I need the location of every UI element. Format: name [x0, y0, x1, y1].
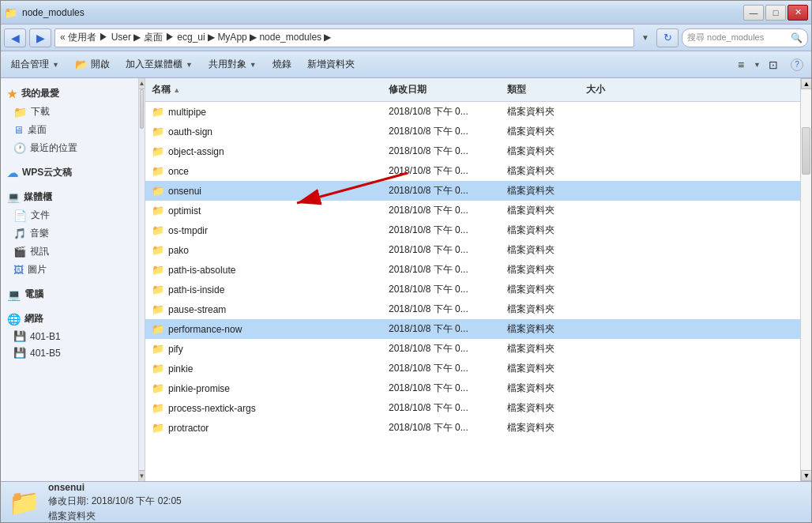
pictures-icon: 🖼	[13, 264, 24, 276]
toolbar-right: ≡ ▼ ⊡ ?	[730, 55, 808, 75]
file-type-cell: 檔案資料夾	[501, 339, 580, 359]
burn-label: 燒錄	[273, 58, 291, 71]
table-row[interactable]: 📁 pause-stream 2018/10/8 下午 0... 檔案資料夾	[145, 299, 800, 319]
file-date-cell: 2018/10/8 下午 0...	[382, 141, 501, 161]
file-date-cell: 2018/10/8 下午 0...	[382, 240, 501, 260]
help-button[interactable]: ?	[786, 55, 808, 75]
share-label: 共用對象	[209, 58, 246, 71]
disk-icon-401b1: 💾	[13, 330, 26, 342]
minimize-button[interactable]: —	[743, 5, 764, 21]
table-row[interactable]: 📁 path-is-absolute 2018/10/8 下午 0... 檔案資…	[145, 260, 800, 280]
library-section: 💻 媒體櫃 📄 文件 🎵 音樂 🎬 視訊 🖼 圖片	[1, 188, 138, 279]
sidebar-item-music[interactable]: 🎵 音樂	[1, 224, 138, 243]
file-name-text: optimist	[168, 205, 201, 216]
sidebar-item-401b1[interactable]: 💾 401-B1	[1, 328, 138, 344]
star-icon: ★	[7, 88, 17, 100]
sidebar-item-video[interactable]: 🎬 視訊	[1, 243, 138, 261]
table-row[interactable]: 📁 multipipe 2018/10/8 下午 0... 檔案資料夾	[145, 102, 800, 122]
table-row[interactable]: 📁 pako 2018/10/8 下午 0... 檔案資料夾	[145, 240, 800, 260]
share-button[interactable]: 共用對象 ▼	[201, 55, 264, 75]
sidebar-item-401b5[interactable]: 💾 401-B5	[1, 344, 138, 361]
forward-button[interactable]: ▶	[29, 28, 51, 47]
table-row[interactable]: 📁 object-assign 2018/10/8 下午 0... 檔案資料夾	[145, 141, 800, 161]
refresh-button[interactable]: ↻	[656, 28, 679, 47]
sidebar-item-recent[interactable]: 🕐 最近的位置	[1, 139, 138, 157]
file-name-text: object-assign	[168, 146, 224, 157]
sidebar-item-desktop[interactable]: 🖥 桌面	[1, 121, 138, 139]
preview-pane-button[interactable]: ⊡	[762, 55, 784, 75]
table-row[interactable]: 📁 path-is-inside 2018/10/8 下午 0... 檔案資料夾	[145, 280, 800, 299]
file-name-text: pify	[168, 344, 183, 355]
back-button[interactable]: ◀	[4, 28, 26, 47]
col-header-type[interactable]: 類型	[501, 80, 580, 100]
close-button[interactable]: ✕	[788, 5, 808, 21]
organize-arrow: ▼	[52, 61, 59, 69]
table-row[interactable]: 📁 performance-now 2018/10/8 下午 0... 檔案資料…	[145, 319, 800, 339]
address-dropdown-button[interactable]: ▼	[637, 28, 653, 47]
folder-open-icon: 📂	[75, 58, 88, 70]
col-header-date[interactable]: 修改日期	[382, 80, 501, 100]
sidebar-item-documents[interactable]: 📄 文件	[1, 206, 138, 224]
table-row[interactable]: 📁 pinkie-promise 2018/10/8 下午 0... 檔案資料夾	[145, 378, 800, 398]
view-toggle-button[interactable]: ≡	[730, 55, 752, 75]
file-date-cell: 2018/10/8 下午 0...	[382, 220, 501, 240]
table-row[interactable]: 📁 optimist 2018/10/8 下午 0... 檔案資料夾	[145, 201, 800, 220]
share-arrow: ▼	[250, 61, 257, 69]
search-box[interactable]: 搜尋 node_modules 🔍	[682, 28, 808, 47]
table-row[interactable]: 📁 oauth-sign 2018/10/8 下午 0... 檔案資料夾	[145, 122, 800, 141]
library-icon: 💻	[7, 191, 20, 203]
col-header-size[interactable]: 大小	[580, 80, 643, 100]
left-scrollbar[interactable]: ▲ ▼	[139, 78, 145, 481]
table-row[interactable]: 📁 once 2018/10/8 下午 0... 檔案資料夾	[145, 161, 800, 181]
table-row[interactable]: 📁 onsenui 2018/10/8 下午 0... 檔案資料夾	[145, 181, 800, 201]
right-scrollbar[interactable]: ▲ ▼	[800, 78, 811, 481]
table-row[interactable]: 📁 os-tmpdir 2018/10/8 下午 0... 檔案資料夾	[145, 220, 800, 240]
file-area: 名稱 ▲ 修改日期 類型 大小 📁 m	[145, 78, 800, 481]
file-name-text: pinkie	[168, 363, 193, 374]
file-name-text: oauth-sign	[168, 126, 212, 137]
table-row[interactable]: 📁 pinkie 2018/10/8 下午 0... 檔案資料夾	[145, 359, 800, 378]
add-to-media-button[interactable]: 加入至媒體櫃 ▼	[118, 55, 200, 75]
file-date-cell: 2018/10/8 下午 0...	[382, 181, 501, 201]
table-row[interactable]: 📁 protractor 2018/10/8 下午 0... 檔案資料夾	[145, 418, 800, 438]
new-folder-button[interactable]: 新增資料夾	[300, 55, 362, 75]
table-row[interactable]: 📁 pify 2018/10/8 下午 0... 檔案資料夾	[145, 339, 800, 359]
video-icon: 🎬	[13, 246, 26, 258]
computer-header[interactable]: 💻 電腦	[1, 285, 138, 303]
open-button[interactable]: 📂 開啟	[68, 55, 117, 75]
cloud-header[interactable]: ☁ WPS云文稿	[1, 164, 138, 182]
file-date-cell: 2018/10/8 下午 0...	[382, 378, 501, 398]
network-header[interactable]: 🌐 網路	[1, 310, 138, 328]
table-row[interactable]: 📁 process-nextick-args 2018/10/8 下午 0...…	[145, 398, 800, 418]
sidebar-item-download[interactable]: 📁 下載	[1, 103, 138, 121]
organize-button[interactable]: 組合管理 ▼	[4, 55, 66, 75]
file-date-cell: 2018/10/8 下午 0...	[382, 398, 501, 418]
file-type-cell: 檔案資料夾	[501, 240, 580, 260]
file-type-cell: 檔案資料夾	[501, 141, 580, 161]
file-date-cell: 2018/10/8 下午 0...	[382, 339, 501, 359]
file-name-cell: 📁 path-is-absolute	[145, 261, 382, 279]
title-bar: 📁 node_modules — □ ✕	[1, 1, 811, 24]
burn-button[interactable]: 燒錄	[265, 55, 299, 75]
left-scroll-up[interactable]: ▲	[139, 78, 145, 89]
status-folder-icon: 📁	[9, 487, 40, 517]
sidebar-item-pictures[interactable]: 🖼 圖片	[1, 261, 138, 279]
favorites-header: ★ 我的最愛	[1, 85, 138, 103]
left-scroll-down[interactable]: ▼	[139, 470, 145, 481]
right-scroll-up[interactable]: ▲	[801, 78, 811, 89]
file-size-cell	[580, 386, 643, 392]
col-header-name[interactable]: 名稱 ▲	[145, 80, 382, 100]
right-scroll-down[interactable]: ▼	[801, 470, 811, 481]
file-type-cell: 檔案資料夾	[501, 378, 580, 398]
file-type-cell: 檔案資料夾	[501, 260, 580, 280]
maximize-button[interactable]: □	[765, 5, 786, 21]
address-field[interactable]: « 使用者 ▶ User ▶ 桌面 ▶ ecg_ui ▶ MyApp ▶ nod…	[55, 28, 634, 47]
disk-icon-401b5: 💾	[13, 347, 26, 359]
status-text: onsenui 修改日期: 2018/10/8 下午 02:05 檔案資料夾	[48, 482, 182, 523]
video-label: 視訊	[30, 245, 49, 258]
folder-icon: 📁	[152, 363, 164, 374]
folder-icon: 📁	[152, 323, 164, 335]
download-label: 下載	[31, 105, 50, 119]
file-date-cell: 2018/10/8 下午 0...	[382, 299, 501, 319]
folder-icon: 📁	[152, 165, 164, 177]
